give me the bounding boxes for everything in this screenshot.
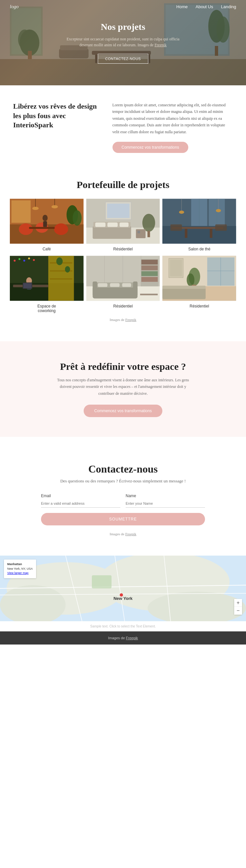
svg-rect-34 — [92, 226, 131, 239]
cafe-image — [10, 198, 84, 244]
email-label: Email — [41, 494, 120, 498]
coworking-image — [10, 255, 84, 301]
about-heading-block: Libérez vos rêves de design les plus fou… — [13, 102, 99, 130]
map-view-larger[interactable]: View larger map — [7, 571, 29, 575]
hero-cta-button[interactable]: CONTACTEZ-NOUS — [98, 54, 149, 64]
svg-rect-95 — [142, 277, 158, 282]
svg-point-19 — [19, 223, 33, 235]
svg-rect-87 — [133, 282, 137, 296]
svg-point-26 — [43, 215, 48, 221]
portfolio-label-residential2: Résidentiel — [86, 301, 160, 310]
portfolio-credit: Images de Freepik — [10, 318, 236, 321]
svg-rect-22 — [29, 227, 55, 229]
svg-point-74 — [28, 257, 30, 259]
map-zoom-out[interactable]: − — [234, 607, 242, 615]
contact-freepik-link[interactable]: Freepik — [125, 532, 136, 536]
nav-home[interactable]: Home — [177, 4, 188, 9]
about-heading: Libérez vos rêves de design les plus fou… — [13, 102, 99, 130]
footer-sample-text[interactable]: Sample text. Click to select the Text El… — [0, 621, 246, 631]
salon-image — [162, 198, 236, 244]
svg-rect-40 — [107, 204, 129, 218]
svg-rect-27 — [43, 221, 47, 227]
about-section: Libérez vos rêves de design les plus fou… — [0, 85, 246, 166]
svg-point-29 — [32, 207, 39, 210]
nav-landing[interactable]: Landing — [221, 4, 236, 9]
svg-rect-94 — [142, 271, 158, 276]
contact-form: Email Name SOUMETTRE — [41, 494, 205, 525]
ready-cta-button[interactable]: Commencez vos transformations — [84, 405, 162, 417]
svg-point-10 — [18, 30, 31, 49]
portfolio-label-coworking: Espace decoworking — [10, 301, 84, 314]
svg-rect-89 — [110, 283, 119, 287]
portfolio-item-salon[interactable]: Salon de thé — [162, 198, 236, 253]
svg-rect-93 — [142, 266, 158, 271]
contact-title: Contactez-nous — [13, 463, 233, 475]
svg-rect-65 — [50, 278, 72, 280]
svg-rect-84 — [92, 286, 137, 298]
submit-button[interactable]: SOUMETTRE — [41, 513, 205, 525]
portfolio-label-residential3: Résidentiel — [162, 301, 236, 310]
svg-point-25 — [72, 210, 81, 226]
portfolio-item-residential1[interactable]: Résidentiel — [86, 198, 160, 253]
portfolio-grid: Café — [10, 198, 236, 314]
name-input[interactable] — [126, 499, 205, 508]
portfolio-item-residential3[interactable]: Résidentiel — [162, 255, 236, 314]
email-field-wrapper: Email — [41, 494, 120, 508]
svg-rect-55 — [215, 224, 227, 231]
svg-rect-90 — [122, 283, 131, 287]
map-info-box: Manhattan New York, NY, USA View larger … — [4, 560, 36, 578]
svg-rect-86 — [92, 282, 97, 296]
map-section: New York Manhattan New York, NY, USA Vie… — [0, 556, 246, 621]
svg-rect-42 — [147, 231, 150, 237]
hero-description: Excepteur sint occaecat cupidatat non pr… — [61, 36, 185, 48]
nav-links: Home About Us Landing — [177, 4, 236, 9]
svg-rect-38 — [119, 222, 128, 227]
portfolio-item-cafe[interactable]: Café — [10, 198, 84, 253]
hero-section: logo Home About Us Landing — [0, 0, 246, 85]
name-field-wrapper: Name — [126, 494, 205, 508]
svg-rect-53 — [210, 229, 213, 238]
logo: logo — [10, 4, 19, 9]
footer-credit: Images de Freepik — [108, 636, 138, 640]
svg-rect-37 — [107, 222, 117, 227]
svg-rect-123 — [92, 575, 112, 588]
portfolio-label-residential1: Résidentiel — [86, 244, 160, 253]
svg-rect-96 — [140, 294, 158, 296]
footer-sample-label: Sample text. Click to select the Text El… — [90, 624, 156, 628]
svg-rect-36 — [95, 222, 105, 227]
email-input[interactable] — [41, 499, 120, 508]
residential1-image — [86, 198, 160, 244]
svg-rect-92 — [142, 259, 158, 265]
svg-point-21 — [54, 223, 68, 235]
hero-content: Nos projets Excepteur sint occaecat cupi… — [48, 22, 198, 64]
footer-freepik-link[interactable]: Freepik — [126, 636, 138, 640]
map-zoom-controls: + − — [234, 599, 242, 615]
portfolio-title: Portefeuille de projets — [10, 179, 236, 190]
about-body: Lorem ipsum dolor sit amet, consectetur … — [113, 102, 233, 135]
navigation: logo Home About Us Landing — [0, 0, 246, 13]
hero-freepik-link[interactable]: Freepik — [154, 43, 166, 47]
svg-point-41 — [142, 214, 155, 232]
svg-rect-112 — [162, 285, 206, 289]
about-body-block: Lorem ipsum dolor sit amet, consectetur … — [113, 102, 233, 153]
svg-rect-70 — [23, 283, 31, 288]
svg-rect-11 — [28, 51, 32, 59]
residential3-image — [162, 255, 236, 301]
map-zoom-in[interactable]: + — [234, 599, 242, 607]
ready-description: Tous nos concepts d'aménagement visent à… — [54, 377, 192, 397]
svg-point-13 — [216, 17, 229, 43]
portfolio-item-residential2[interactable]: Résidentiel — [86, 255, 160, 314]
svg-point-57 — [179, 211, 184, 214]
portfolio-freepik-link[interactable]: Freepik — [125, 318, 136, 321]
nav-about[interactable]: About Us — [195, 4, 213, 9]
svg-rect-23 — [11, 200, 31, 222]
contact-subtitle: Des questions ou des remarques ? Écrivez… — [13, 478, 233, 484]
svg-text:New York: New York — [114, 596, 133, 601]
about-cta-button[interactable]: Commencez vos transformations — [113, 142, 188, 153]
form-row-1: Email Name — [41, 494, 205, 508]
svg-point-77 — [65, 266, 70, 273]
svg-rect-14 — [215, 46, 218, 56]
svg-point-75 — [33, 259, 35, 261]
portfolio-section: Portefeuille de projets — [0, 166, 246, 335]
portfolio-item-coworking[interactable]: Espace decoworking — [10, 255, 84, 314]
